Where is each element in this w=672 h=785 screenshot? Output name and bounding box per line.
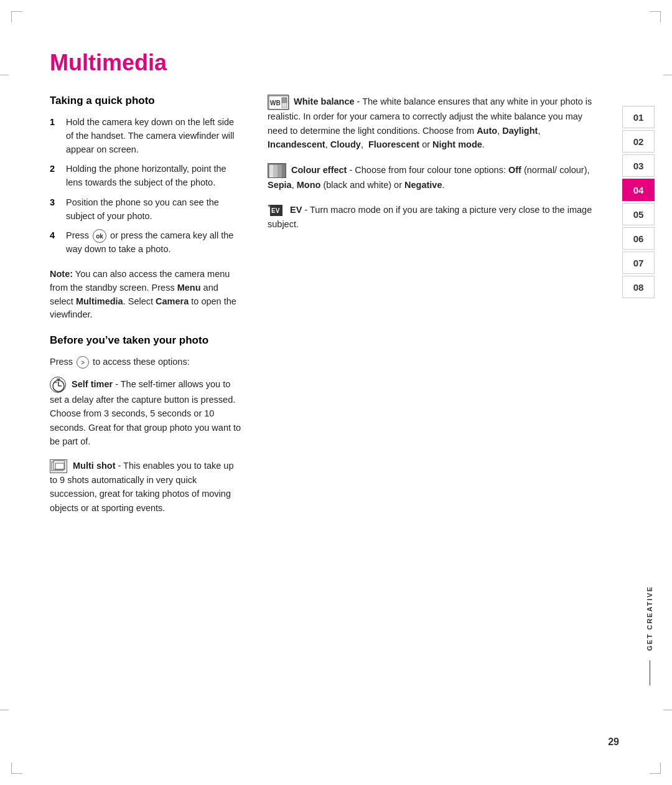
side-mark-rt <box>663 75 672 75</box>
corner-mark-tr <box>650 11 661 22</box>
svg-text:+: + <box>268 204 271 209</box>
step-3: 3 Position the phone so you can see the … <box>50 196 243 223</box>
section2: Before you’ve taken your photo Press > t… <box>50 334 243 515</box>
multishot-svg <box>50 460 68 474</box>
ev-svg: EV + <box>268 204 285 217</box>
press-line: Press > to access these options: <box>50 355 243 369</box>
content-area: Multimedia Taking a quick photo 1 Hold t… <box>0 0 672 785</box>
page: Multimedia Taking a quick photo 1 Hold t… <box>0 0 672 785</box>
self-timer-icon <box>50 377 66 393</box>
multishot-icon <box>50 459 67 473</box>
wb-cloudy: Cloudy <box>330 139 361 149</box>
vertical-divider <box>650 660 650 685</box>
timer-svg <box>50 377 66 393</box>
main-content: Multimedia Taking a quick photo 1 Hold t… <box>0 37 622 748</box>
step-3-num: 3 <box>50 196 63 223</box>
step-4-text: Press ok or press the camera key all the… <box>66 229 243 256</box>
note-multimedia: Multimedia <box>76 296 123 306</box>
wb-label: White balance <box>294 96 355 106</box>
nav-right-btn: > <box>77 356 89 369</box>
left-column: Taking a quick photo 1 Hold the camera k… <box>50 95 243 525</box>
self-timer-feature: Self timer - The self-timer allows you t… <box>50 377 243 449</box>
white-balance-feature: WB White balance - The white balance ens… <box>268 95 604 152</box>
note-menu: Menu <box>177 283 201 293</box>
step-4-num: 4 <box>50 229 63 256</box>
multishot-label: Multi shot <box>73 461 115 471</box>
ok-button-icon: ok <box>93 229 106 243</box>
step-1-text: Hold the camera key down on the left sid… <box>66 116 243 156</box>
step-3-text: Position the phone so you can see the su… <box>66 196 243 223</box>
self-timer-label: Self timer <box>72 379 113 389</box>
chapter-04: 04 <box>622 179 655 201</box>
note-bold-prefix: Note: <box>50 269 73 279</box>
colour-sepia: Sepia <box>268 180 292 190</box>
page-number: 29 <box>608 736 619 748</box>
wb-fluorescent: Fluorescent <box>368 139 419 149</box>
chapter-06: 06 <box>622 227 655 250</box>
step-2: 2 Holding the phone horizontally, point … <box>50 162 243 190</box>
section1-heading: Taking a quick photo <box>50 95 243 107</box>
vertical-label: GET CREATIVE <box>646 586 653 651</box>
colour-label: Colour effect <box>291 165 347 175</box>
chapter-02: 02 <box>622 130 655 153</box>
corner-mark-tl <box>11 11 22 22</box>
ev-label: EV <box>290 205 302 215</box>
step-2-num: 2 <box>50 162 63 190</box>
colour-effect-feature: Colour effect - Choose from four colour … <box>268 163 604 192</box>
corner-mark-br <box>650 763 661 774</box>
steps-list: 1 Hold the camera key down on the left s… <box>50 116 243 256</box>
wb-daylight: Daylight <box>502 126 538 136</box>
svg-rect-15 <box>278 164 282 178</box>
chapter-01: 01 <box>622 106 655 128</box>
section2-heading: Before you’ve taken your photo <box>50 334 243 347</box>
svg-text:WB: WB <box>270 100 281 106</box>
corner-mark-bl <box>11 763 22 774</box>
step-4: 4 Press ok or press the camera key all t… <box>50 229 243 256</box>
note-block: Note: You can also access the camera men… <box>50 268 243 322</box>
colour-negative: Negative <box>404 180 442 190</box>
right-column: WB White balance - The white balance ens… <box>268 95 604 525</box>
svg-rect-13 <box>269 164 273 178</box>
chapter-08: 08 <box>622 276 655 298</box>
colour-off: Off <box>508 165 521 175</box>
vertical-text-container: GET CREATIVE <box>646 586 653 685</box>
svg-rect-11 <box>282 98 287 103</box>
wb-night: Night mode <box>432 139 482 149</box>
chapter-07: 07 <box>622 251 655 274</box>
wb-auto: Auto <box>477 126 497 136</box>
wb-incandescent: Incandescent <box>268 139 325 149</box>
chapter-03: 03 <box>622 154 655 177</box>
wb-icon: WB <box>268 95 289 110</box>
step-2-text: Holding the phone horizontally, point th… <box>66 162 243 190</box>
side-mark-rb <box>663 710 672 710</box>
two-col-layout: Taking a quick photo 1 Hold the camera k… <box>50 95 604 525</box>
wb-svg: WB <box>268 95 289 110</box>
note-camera: Camera <box>156 296 189 306</box>
colour-icon <box>268 163 286 178</box>
svg-rect-14 <box>273 164 278 178</box>
page-title: Multimedia <box>50 50 604 76</box>
chapter-05: 05 <box>622 203 655 225</box>
ev-icon: EV + <box>268 204 285 217</box>
svg-text:EV: EV <box>271 207 280 214</box>
step-1: 1 Hold the camera key down on the left s… <box>50 116 243 156</box>
svg-rect-16 <box>282 164 286 178</box>
colour-mono: Mono <box>297 180 321 190</box>
multishot-feature: Multi shot - This enables you to take up… <box>50 459 243 515</box>
step-1-num: 1 <box>50 116 63 156</box>
colour-svg <box>268 164 286 178</box>
ev-feature: EV + EV - Turn macro mode on if you are … <box>268 203 604 232</box>
